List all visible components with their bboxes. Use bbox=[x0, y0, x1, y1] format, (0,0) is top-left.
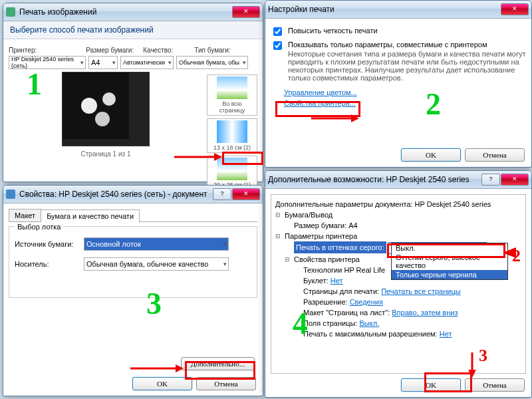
help-icon[interactable]: ? bbox=[213, 188, 231, 200]
thumb-fullpage[interactable]: Во всю страницу bbox=[207, 74, 257, 116]
close-icon[interactable]: ✕ bbox=[501, 3, 529, 15]
print-settings-window: Настройки печати ✕ Повысить четкость печ… bbox=[265, 0, 532, 168]
window-title: Настройки печати bbox=[268, 5, 501, 14]
leaf-resolution[interactable]: Разрешение: Сведения bbox=[294, 297, 521, 307]
titlebar[interactable]: Дополнительные возможности: HP Deskjet 2… bbox=[265, 171, 531, 189]
page-indicator: Страница 1 из 1 bbox=[9, 150, 203, 158]
cancel-button[interactable]: Отмена bbox=[465, 378, 525, 392]
grayscale-dropdown-list[interactable]: Выкл. Оттенки серого, высокое качество Т… bbox=[391, 243, 508, 280]
color-mgmt-link[interactable]: Управление цветом... bbox=[284, 88, 357, 96]
thumb-13x18[interactable]: 13 x 18 см (2) bbox=[207, 118, 257, 153]
cancel-button[interactable]: Отмена bbox=[465, 148, 525, 162]
titlebar[interactable]: Печать изображений ✕ bbox=[3, 3, 263, 21]
cancel-button[interactable]: Отмена bbox=[196, 377, 256, 390]
window-title: Печать изображений bbox=[19, 7, 232, 17]
printer-props-link[interactable]: Свойства принтера... bbox=[284, 99, 356, 107]
opt-off[interactable]: Выкл. bbox=[392, 243, 507, 253]
printer-properties-window: Свойства: HP Deskjet 2540 series (сеть) … bbox=[3, 185, 263, 396]
window-title: Свойства: HP Deskjet 2540 series (сеть) … bbox=[19, 190, 213, 199]
ok-button[interactable]: OK bbox=[401, 148, 461, 162]
help-icon[interactable]: ? bbox=[481, 174, 500, 186]
close-icon[interactable]: ✕ bbox=[232, 188, 260, 200]
media-select[interactable]: Обычная бумага, обычное качество bbox=[84, 257, 229, 271]
tab-layout[interactable]: Макет bbox=[9, 209, 41, 221]
advanced-button[interactable]: Дополнительно... bbox=[181, 357, 255, 370]
printer-select[interactable]: HP Deskjet 2540 series (сеть) bbox=[9, 56, 86, 69]
papertype-label: Тип бумаги: bbox=[194, 47, 230, 54]
compat-note: Некоторые сочетания типа и размера бумаг… bbox=[288, 50, 526, 82]
titlebar[interactable]: Свойства: HP Deskjet 2540 series (сеть) … bbox=[3, 186, 263, 203]
opt-highq[interactable]: Оттенки серого, высокое качество bbox=[392, 253, 507, 270]
titlebar[interactable]: Настройки печати ✕ bbox=[265, 1, 531, 19]
printer-label: Принтер: bbox=[9, 47, 37, 54]
tree-container: Дополнительные параметры документа: HP D… bbox=[271, 194, 526, 374]
opt-blackink[interactable]: Только черные чернила bbox=[392, 270, 507, 279]
advanced-options-window: Дополнительные возможности: HP Deskjet 2… bbox=[265, 170, 532, 398]
leaf-pages[interactable]: Страницы для печати: Печатать все страни… bbox=[294, 286, 521, 297]
compat-label: Показывать только параметры, совместимые… bbox=[288, 41, 526, 49]
preview-image bbox=[62, 72, 150, 146]
print-pictures-window: Печать изображений ✕ Выберите способ печ… bbox=[3, 3, 263, 182]
media-label: Носитель: bbox=[15, 260, 81, 268]
papertype-select[interactable]: Обычная бумага, обы bbox=[176, 56, 248, 69]
tab-paper-quality[interactable]: Бумага и качество печати bbox=[41, 209, 140, 222]
close-icon[interactable]: ✕ bbox=[232, 6, 260, 18]
compat-checkbox[interactable] bbox=[273, 41, 282, 50]
close-icon[interactable]: ✕ bbox=[501, 174, 529, 186]
app-icon bbox=[6, 7, 15, 17]
tray-group-title: Выбор лотка bbox=[15, 223, 63, 231]
leaf-margins[interactable]: Поля страницы: Выкл. bbox=[294, 318, 521, 329]
size-label: Размер бумаги: bbox=[86, 47, 134, 54]
window-title: Дополнительные возможности: HP Deskjet 2… bbox=[268, 175, 481, 184]
leaf-papersize[interactable]: Размер бумаги: A4 bbox=[285, 220, 521, 231]
app-icon bbox=[6, 190, 15, 199]
quality-select[interactable]: Автоматически bbox=[120, 56, 174, 69]
leaf-layout[interactable]: Макет "Страниц на лист": Вправо, затем в… bbox=[294, 307, 521, 318]
quality-label: Качество: bbox=[143, 47, 173, 54]
node-paper[interactable]: Бумага/Вывод Размер бумаги: A4 bbox=[275, 209, 521, 231]
leaf-maxdpi[interactable]: Печать с максимальным разрешением: Нет bbox=[294, 329, 521, 339]
tree-root: Дополнительные параметры документа: HP D… bbox=[275, 199, 521, 209]
source-label: Источник бумаги: bbox=[15, 240, 81, 248]
ok-button[interactable]: OK bbox=[401, 378, 461, 392]
source-select[interactable]: Основной лоток bbox=[84, 237, 229, 251]
size-select[interactable]: A4 bbox=[88, 56, 118, 69]
panel-header: Выберите способ печати изображений bbox=[3, 21, 263, 39]
layout-thumbs: Во всю страницу 13 x 18 см (2) 20 x 25 с… bbox=[207, 72, 257, 193]
ok-button[interactable]: OK bbox=[132, 377, 192, 390]
sharpen-label: Повысить четкость печати bbox=[288, 27, 378, 35]
sharpen-checkbox[interactable] bbox=[273, 27, 282, 36]
